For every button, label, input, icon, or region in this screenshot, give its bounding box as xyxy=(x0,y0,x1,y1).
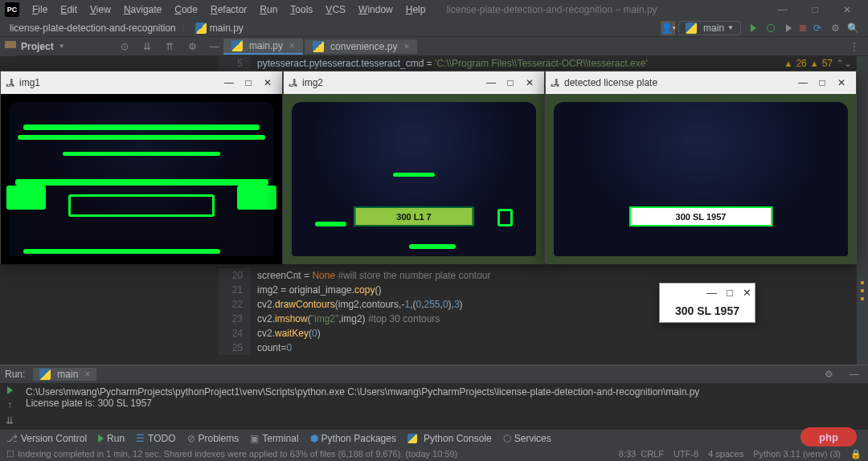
stop-button[interactable] xyxy=(800,25,806,31)
ocr-maximize-button[interactable]: □ xyxy=(727,287,733,299)
run-more-button[interactable] xyxy=(782,22,795,35)
menu-navigate[interactable]: Navigate xyxy=(117,4,168,15)
popup-img1[interactable]: 🏞 img1 — □ ✕ xyxy=(0,71,283,263)
terminal-tab[interactable]: ▣Terminal xyxy=(250,433,298,444)
popup-minimize-button[interactable]: — xyxy=(219,77,239,88)
editor-right-gutter[interactable] xyxy=(857,56,868,365)
ocr-close-button[interactable]: ✕ xyxy=(743,287,751,299)
popup-maximize-button[interactable]: □ xyxy=(239,77,258,88)
breadcrumb-root[interactable]: license-plate-detection-and-recognition xyxy=(6,22,179,34)
code-line[interactable]: 23cv2.imshow("img2",img2) #top 30 contou… xyxy=(219,312,857,326)
debug-button[interactable] xyxy=(764,22,777,35)
output-line: License plate is: 300 SL 1957 xyxy=(26,398,845,409)
popup-close-button[interactable]: ✕ xyxy=(832,77,851,88)
code-line[interactable]: 25count=0 xyxy=(219,341,857,355)
code-line-5[interactable]: pytesseract.pytesseract.tesseract_cmd = … xyxy=(251,56,780,71)
close-tab-icon[interactable]: × xyxy=(289,40,295,51)
code-text[interactable]: cv2.waitKey(0) xyxy=(251,326,857,341)
warning-icon[interactable]: ▲ xyxy=(784,56,793,71)
code-text[interactable]: cv2.imshow("img2",img2) #top 30 contours xyxy=(251,312,857,326)
license-plate: 300 L1 7 xyxy=(354,206,473,226)
warning-count-a[interactable]: 26 xyxy=(796,56,806,71)
popup-img2[interactable]: 🏞 img2 — □ ✕ 300 L1 7 xyxy=(283,71,545,263)
menu-help[interactable]: Help xyxy=(399,4,432,15)
search-icon[interactable]: 🔍 xyxy=(846,22,859,35)
window-minimize-button[interactable]: — xyxy=(767,4,799,15)
window-maximize-button[interactable]: □ xyxy=(799,4,831,15)
popup-minimize-button[interactable]: — xyxy=(793,77,813,88)
file-tab-convenience[interactable]: convenience.py × xyxy=(305,39,417,54)
problems-tab[interactable]: ⊘Problems xyxy=(187,433,240,444)
code-text[interactable]: img2 = original_image.copy() xyxy=(251,283,857,297)
warning-icon[interactable]: ▲ xyxy=(810,56,819,71)
code-line[interactable]: 21img2 = original_image.copy() xyxy=(219,283,857,297)
services-tab[interactable]: ⬡Services xyxy=(503,433,551,444)
menu-edit[interactable]: Edit xyxy=(54,4,84,15)
code-text[interactable]: cv2.drawContours(img2,contours,-1,(0,255… xyxy=(251,297,857,312)
lock-icon[interactable]: 🔒 xyxy=(850,449,862,459)
hide-panel-icon[interactable]: — xyxy=(208,40,221,53)
popup-maximize-button[interactable]: □ xyxy=(501,77,520,88)
chevron-down-icon[interactable]: ▼ xyxy=(59,43,65,50)
select-opened-file-icon[interactable]: ⊙ xyxy=(118,40,131,53)
popup-close-button[interactable]: ✕ xyxy=(258,77,277,88)
title-bar: PC File Edit View Navigate Code Refactor… xyxy=(0,0,868,19)
menu-code[interactable]: Code xyxy=(168,4,204,15)
settings-icon[interactable]: ⚙ xyxy=(822,368,835,381)
window-close-button[interactable]: ✕ xyxy=(831,4,863,15)
cursor-position[interactable]: 8:33 xyxy=(619,449,636,459)
ocr-minimize-button[interactable]: — xyxy=(706,287,717,299)
rerun-button[interactable] xyxy=(7,386,13,394)
run-config-selector[interactable]: main ▼ xyxy=(678,21,741,35)
close-icon[interactable]: × xyxy=(84,369,90,380)
file-tab-main[interactable]: main.py × xyxy=(223,39,303,55)
ocr-titlebar[interactable]: — □ ✕ xyxy=(660,284,755,301)
python-packages-tab[interactable]: ⬢Python Packages xyxy=(310,433,396,444)
update-project-icon[interactable]: ⟳ xyxy=(811,22,824,35)
menu-file[interactable]: File xyxy=(26,4,54,15)
todo-tab[interactable]: ☰TODO xyxy=(136,433,175,444)
stop-button[interactable]: ↑ xyxy=(7,399,12,410)
python-interpreter[interactable]: Python 3.11 (venv) (3) xyxy=(753,449,841,459)
popup-titlebar[interactable]: 🏞 detected license plate — □ ✕ xyxy=(546,71,856,94)
popup-maximize-button[interactable]: □ xyxy=(813,77,832,88)
settings-icon[interactable]: ⚙ xyxy=(186,40,199,53)
popup-titlebar[interactable]: 🏞 img2 — □ ✕ xyxy=(284,71,544,94)
menu-vcs[interactable]: VCS xyxy=(319,4,352,15)
run-button[interactable] xyxy=(747,22,760,35)
run-config-tab[interactable]: main × xyxy=(33,368,96,381)
line-ending[interactable]: CRLF xyxy=(641,449,664,459)
python-console-tab[interactable]: Python Console xyxy=(407,433,492,444)
code-line[interactable]: 24cv2.waitKey(0) xyxy=(219,326,857,341)
ocr-result-window[interactable]: — □ ✕ 300 SL 1957 xyxy=(659,283,755,323)
run-tab[interactable]: Run xyxy=(98,433,125,444)
hide-panel-icon[interactable]: — xyxy=(848,368,861,381)
menu-refactor[interactable]: Refactor xyxy=(204,4,253,15)
settings-icon[interactable]: ⚙ xyxy=(829,22,841,35)
breadcrumb-file[interactable]: main.py xyxy=(192,22,247,34)
editor-menu-icon[interactable]: ⋮ xyxy=(848,40,861,53)
popup-minimize-button[interactable]: — xyxy=(481,77,501,88)
indent[interactable]: 4 spaces xyxy=(708,449,743,459)
encoding[interactable]: UTF-8 xyxy=(674,449,698,459)
warning-count-b[interactable]: 57 xyxy=(822,56,833,71)
code-text[interactable]: screenCnt = None #will store the number … xyxy=(251,268,857,283)
code-line[interactable]: 22cv2.drawContours(img2,contours,-1,(0,2… xyxy=(219,297,857,312)
project-panel-label[interactable]: Project xyxy=(21,41,54,52)
code-with-me-icon[interactable]: 👤▾ xyxy=(661,21,675,35)
popup-detected[interactable]: 🏞 detected license plate — □ ✕ 300 SL 19… xyxy=(545,71,857,263)
expand-all-icon[interactable]: ⇊ xyxy=(141,40,154,53)
close-tab-icon[interactable]: × xyxy=(403,41,409,52)
menu-view[interactable]: View xyxy=(84,4,117,15)
version-control-tab[interactable]: ⎇Version Control xyxy=(6,433,87,444)
down-button[interactable]: ⇊ xyxy=(6,415,14,426)
menu-run[interactable]: Run xyxy=(253,4,284,15)
scroll-indicator-icon[interactable]: ⌃⌄ xyxy=(836,56,852,71)
collapse-all-icon[interactable]: ⇈ xyxy=(163,40,176,53)
code-line[interactable]: 20screenCnt = None #will store the numbe… xyxy=(219,268,857,283)
menu-tools[interactable]: Tools xyxy=(284,4,319,15)
code-text[interactable]: count=0 xyxy=(251,341,857,355)
menu-window[interactable]: Window xyxy=(352,4,399,15)
popup-close-button[interactable]: ✕ xyxy=(520,77,539,88)
popup-titlebar[interactable]: 🏞 img1 — □ ✕ xyxy=(1,71,282,94)
